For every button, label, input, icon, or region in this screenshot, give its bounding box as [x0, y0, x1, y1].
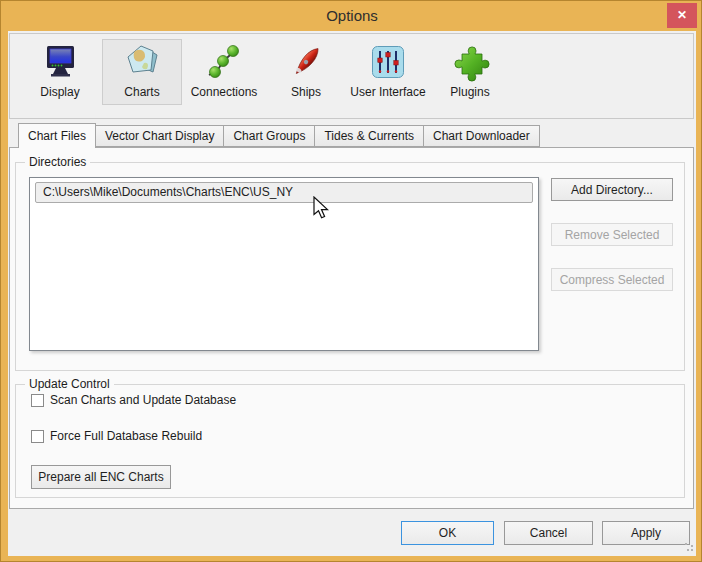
force-rebuild-row: Force Full Database Rebuild — [31, 429, 202, 443]
chart-files-panel: Directories C:\Users\Mike\Documents\Char… — [9, 147, 694, 509]
toolbar-item-label: Plugins — [450, 85, 489, 99]
ok-button[interactable]: OK — [401, 521, 494, 545]
toolbar-item-label: Charts — [124, 85, 159, 99]
add-directory-button[interactable]: Add Directory... — [551, 178, 673, 201]
toolbar-item-label: Connections — [191, 85, 258, 99]
force-rebuild-checkbox[interactable] — [31, 430, 44, 443]
tab-chart-downloader[interactable]: Chart Downloader — [423, 125, 540, 147]
prepare-enc-charts-button[interactable]: Prepare all ENC Charts — [31, 465, 171, 489]
toolbar-item-charts[interactable]: Charts — [102, 39, 182, 105]
compress-selected-button[interactable]: Compress Selected — [551, 268, 673, 291]
close-button[interactable]: ✕ — [667, 3, 697, 28]
tab-strip: Chart Files Vector Chart Display Chart G… — [18, 123, 540, 147]
connections-icon — [204, 42, 244, 82]
window-title: Options — [1, 1, 702, 31]
toolbar-item-label: Ships — [291, 85, 321, 99]
user-interface-icon — [368, 42, 408, 82]
ships-icon — [286, 42, 326, 82]
toolbar-item-user-interface[interactable]: User Interface — [348, 39, 428, 105]
tab-tides-currents[interactable]: Tides & Currents — [314, 125, 424, 147]
scan-charts-row: Scan Charts and Update Database — [31, 393, 236, 407]
toolbar-item-label: Display — [40, 85, 79, 99]
scan-charts-checkbox[interactable] — [31, 394, 44, 407]
dialog-body: Display Charts — [8, 31, 696, 556]
toolbar-item-ships[interactable]: Ships — [266, 39, 346, 105]
plugins-icon — [450, 42, 490, 82]
options-window: Options ✕ Display — [0, 0, 702, 562]
update-control-group-label: Update Control — [25, 377, 114, 391]
toolbar-item-label: User Interface — [350, 85, 425, 99]
remove-selected-button[interactable]: Remove Selected — [551, 223, 673, 246]
toolbar-item-plugins[interactable]: Plugins — [430, 39, 510, 105]
update-control-group: Update Control Scan Charts and Update Da… — [15, 384, 685, 498]
directory-item[interactable]: C:\Users\Mike\Documents\Charts\ENC\US_NY — [35, 182, 533, 203]
display-icon — [40, 42, 80, 82]
force-rebuild-label: Force Full Database Rebuild — [50, 429, 202, 443]
mouse-cursor — [313, 196, 331, 222]
directories-group: Directories C:\Users\Mike\Documents\Char… — [15, 162, 685, 371]
apply-button[interactable]: Apply — [602, 521, 690, 545]
toolbar-item-display[interactable]: Display — [20, 39, 100, 105]
tab-chart-groups[interactable]: Chart Groups — [223, 125, 315, 147]
tab-vector-chart-display[interactable]: Vector Chart Display — [95, 125, 224, 147]
resize-grip[interactable] — [685, 543, 687, 545]
tab-chart-files[interactable]: Chart Files — [18, 123, 96, 148]
directories-list[interactable]: C:\Users\Mike\Documents\Charts\ENC\US_NY — [29, 177, 539, 351]
titlebar[interactable]: Options ✕ — [1, 1, 702, 31]
charts-icon — [122, 42, 162, 82]
cancel-button[interactable]: Cancel — [504, 521, 593, 545]
category-toolbar: Display Charts — [9, 33, 694, 119]
directories-group-label: Directories — [25, 155, 90, 169]
toolbar-item-connections[interactable]: Connections — [184, 39, 264, 105]
scan-charts-label: Scan Charts and Update Database — [50, 393, 236, 407]
close-icon: ✕ — [677, 8, 687, 22]
